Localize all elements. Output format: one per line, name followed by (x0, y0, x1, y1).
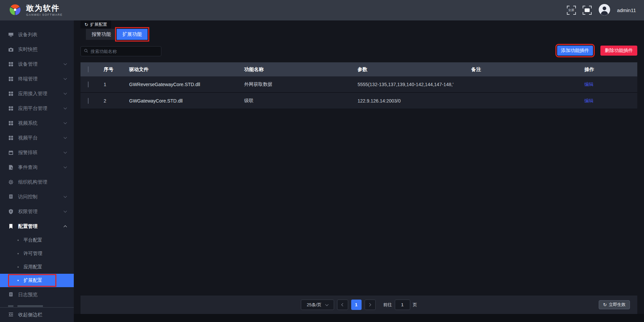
sidebar-item-snapshot[interactable]: 实时快照 (0, 42, 74, 57)
column-header-actions: 操作 (584, 66, 637, 73)
cell-no: 1 (104, 82, 129, 87)
sidebar-item-app-access-mgmt[interactable]: 应用接入管理 (0, 86, 74, 101)
sidebar-item-label: 终端管理 (18, 76, 38, 82)
apps-grid-icon (8, 135, 14, 141)
column-header-function: 功能名称 (244, 66, 358, 73)
goto-page-input[interactable] (395, 300, 410, 310)
page-size-select[interactable]: 25条/页 (301, 300, 334, 310)
sidebar-item-terminal-mgmt[interactable]: 终端管理 (0, 71, 74, 86)
fullscreen-label: 全屏 (567, 6, 576, 15)
sidebar-item-label: 实时快照 (18, 46, 38, 53)
brand-logo: 敢为软件 GANWEI SOFTWARE (9, 3, 63, 17)
chevron-left-icon (341, 303, 345, 307)
sidebar-item-event-query[interactable]: 事件查询 (0, 160, 74, 175)
cell-params: 5555(132-135,137,139,140-142,144,147-148… (358, 82, 471, 87)
table-row: 1 GWReverseGatewayCore.STD.dll 外网获取数据 55… (80, 76, 637, 93)
main-content: ↻ 扩展配置 报警功能 扩展功能 添加功能插件 删除功能插件 序号 驱动文件 功… (74, 20, 644, 322)
search-icon (84, 48, 88, 54)
edit-link[interactable]: 编辑 (584, 98, 593, 103)
chevron-down-icon (64, 77, 67, 80)
breadcrumb-tag[interactable]: ↻ 扩展配置 (80, 20, 111, 28)
sidebar-item-device-mgmt[interactable]: 设备管理 (0, 57, 74, 71)
sidebar-item-org-mgmt[interactable]: 组织机构管理 (0, 175, 74, 189)
sidebar-item-label: 权限管理 (18, 208, 38, 215)
sidebar-item-alarm-schedule[interactable]: 报警排班 (0, 145, 74, 160)
sidebar-item-log-preview[interactable]: 日志预览 (0, 287, 74, 302)
cell-params: 122.9.126.14:2003/0 (358, 98, 471, 104)
chevron-down-icon (64, 91, 67, 95)
sidebar-item-label: 设备列表 (18, 31, 38, 38)
tab-extension-functions[interactable]: 扩展功能 (117, 29, 148, 40)
gear-icon (8, 179, 14, 185)
sidebar-subitem-label: 许可管理 (23, 251, 42, 257)
tab-label: 报警功能 (92, 31, 111, 38)
plugin-table: 序号 驱动文件 功能名称 参数 备注 操作 1 GWReverseGateway… (80, 62, 637, 109)
row-checkbox[interactable] (88, 81, 89, 87)
column-header-params: 参数 (358, 66, 471, 73)
tab-alarm-functions[interactable]: 报警功能 (86, 29, 117, 40)
sidebar-subitem-platform-config[interactable]: 平台配置 (0, 234, 74, 247)
tab-bar: 报警功能 扩展功能 (86, 29, 148, 40)
sidebar-item-video-platform[interactable]: 视频平台 (0, 130, 74, 145)
search-input[interactable] (91, 49, 158, 54)
clipped-sidebar-item (8, 305, 66, 307)
next-page-button[interactable] (365, 300, 376, 310)
chevron-right-icon (368, 303, 371, 307)
cell-function: 级联 (244, 98, 358, 104)
prev-page-button[interactable] (337, 300, 348, 310)
breadcrumb-label: 扩展配置 (90, 22, 107, 27)
sidebar: 设备列表 实时快照 设备管理 终端管理 应用接入管理 (0, 20, 74, 322)
sidebar-subitem-extension-config[interactable]: 扩展配置 (0, 274, 74, 287)
sidebar-item-label: 应用平台管理 (18, 105, 47, 112)
fullscreen-button[interactable]: 全屏 (567, 6, 576, 15)
sidebar-item-app-platform-mgmt[interactable]: 应用平台管理 (0, 101, 74, 116)
cell-function: 外网获取数据 (244, 81, 358, 87)
sidebar-subitem-label: 应用配置 (23, 264, 42, 270)
sidebar-item-label: 应用接入管理 (18, 90, 47, 97)
sidebar-item-access-control[interactable]: 访问控制 (0, 189, 74, 204)
search-box (80, 46, 161, 56)
chevron-down-icon (64, 195, 67, 198)
table-row: 2 GWGatewayCore.STD.dll 级联 122.9.126.14:… (80, 93, 637, 109)
collapse-sidebar-button[interactable]: 收起侧边栏 (0, 307, 74, 322)
page-size-value: 25条/页 (307, 302, 321, 308)
sidebar-item-label: 视频平台 (18, 135, 38, 141)
column-header-no: 序号 (104, 66, 129, 73)
camera-icon (8, 47, 14, 52)
sidebar-item-label: 日志预览 (18, 292, 38, 298)
add-plugin-button[interactable]: 添加功能插件 (557, 46, 593, 56)
sidebar-item-config-mgmt[interactable]: 配置管理 (0, 219, 74, 234)
chevron-down-icon (325, 303, 328, 306)
apps-grid-icon (8, 76, 14, 82)
user-avatar[interactable] (598, 4, 610, 17)
refresh-icon: ↻ (603, 302, 607, 307)
sidebar-item-label: 配置管理 (18, 223, 38, 230)
goto-unit-label: 页 (413, 302, 417, 308)
sidebar-item-device-list[interactable]: 设备列表 (0, 27, 74, 42)
apply-now-button[interactable]: ↻ 立即生效 (599, 300, 630, 309)
screen-capture-button[interactable] (583, 6, 592, 15)
page-number-button[interactable]: 1 (351, 300, 362, 310)
apps-grid-icon (8, 120, 14, 126)
row-checkbox[interactable] (88, 98, 89, 104)
sidebar-subitem-app-config[interactable]: 应用配置 (0, 260, 74, 274)
sidebar-subitem-label: 平台配置 (23, 237, 42, 243)
sidebar-item-video-system[interactable]: 视频系统 (0, 116, 74, 130)
cell-no: 2 (104, 98, 129, 104)
chevron-down-icon (64, 165, 67, 169)
select-all-checkbox[interactable] (88, 66, 89, 72)
username-label[interactable]: admin11 (617, 7, 636, 13)
chevron-up-icon (64, 225, 67, 229)
bullet-dot-icon (17, 266, 19, 268)
breadcrumb-strip: ↻ 扩展配置 (74, 20, 644, 28)
edit-link[interactable]: 编辑 (584, 82, 593, 87)
notebook-icon (8, 194, 14, 200)
sidebar-subitem-license-mgmt[interactable]: 许可管理 (0, 247, 74, 260)
table-header-row: 序号 驱动文件 功能名称 参数 备注 操作 (80, 62, 637, 76)
app-window: 敢为软件 GANWEI SOFTWARE 全屏 admin11 (0, 0, 644, 322)
goto-label: 前往 (383, 302, 392, 308)
sidebar-item-permission-mgmt[interactable]: 权限管理 (0, 204, 74, 219)
refresh-icon: ↻ (85, 22, 88, 27)
delete-plugin-button[interactable]: 删除功能插件 (600, 46, 637, 56)
column-header-driver: 驱动文件 (129, 66, 244, 73)
